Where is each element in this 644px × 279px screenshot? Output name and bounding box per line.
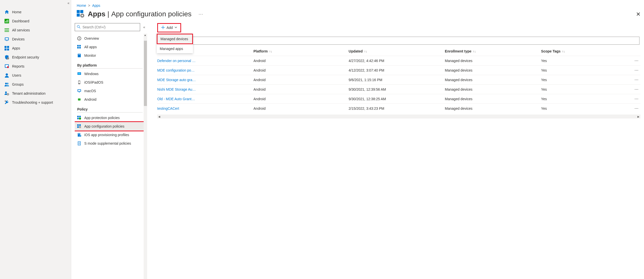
table-row: MDE Storage auto gra…Android9/6/2021, 1:… <box>157 75 640 85</box>
title-secondary: App configuration policies <box>111 10 191 18</box>
resmenu-label: iOS app provisioning profiles <box>84 133 129 137</box>
updated-cell: 4/27/2022, 4:42:46 PM <box>349 56 445 66</box>
platform-cell: Android <box>254 94 349 104</box>
resmenu-all-apps[interactable]: All apps <box>75 43 145 51</box>
policy-search-box[interactable] <box>157 37 639 45</box>
nav-label: Endpoint security <box>12 55 39 59</box>
row-more-button[interactable]: ⋯ <box>626 56 640 66</box>
tenant-icon <box>5 91 9 96</box>
resource-menu-scrollbar[interactable]: ▲ <box>144 34 147 279</box>
svg-rect-55 <box>77 126 79 128</box>
svg-point-57 <box>80 127 80 128</box>
policy-name-cell[interactable]: MDE Storage auto gra… <box>157 75 254 85</box>
dropdown-managed-apps[interactable]: Managed apps <box>157 44 193 53</box>
policy-name-cell[interactable]: Old - MDE Auto Grant… <box>157 94 254 104</box>
policy-name-cell[interactable]: Nishi MDE Storage Au… <box>157 85 254 94</box>
monitor-icon <box>77 89 81 93</box>
platform-cell: Android <box>254 75 349 85</box>
enroll-cell: Managed devices <box>445 56 541 66</box>
nav-item-reports[interactable]: Reports <box>0 62 71 71</box>
resource-search-input[interactable] <box>83 25 138 29</box>
add-dropdown: Managed devices Managed apps <box>157 34 193 53</box>
nav-item-groups[interactable]: Groups <box>0 80 71 89</box>
add-button[interactable]: Add <box>158 24 180 31</box>
updated-cell: 9/6/2021, 1:15:16 PM <box>349 75 445 85</box>
policy-name-cell[interactable]: MDE configuration po… <box>157 66 254 75</box>
nav-item-apps[interactable]: Apps <box>0 44 71 53</box>
nav-item-tenant-admin[interactable]: Tenant administration <box>0 89 71 98</box>
resmenu-ios-provisioning[interactable]: iOS app provisioning profiles <box>75 131 145 139</box>
title-more-button[interactable]: ··· <box>198 12 203 17</box>
svg-point-17 <box>7 66 9 68</box>
svg-rect-37 <box>79 47 81 48</box>
nav-label: Users <box>12 73 21 77</box>
svg-point-21 <box>5 91 7 93</box>
svg-rect-11 <box>7 46 9 48</box>
row-more-button[interactable]: ⋯ <box>626 94 640 104</box>
nav-item-endpoint-security[interactable]: Endpoint security <box>0 53 71 62</box>
resmenu-app-configuration[interactable]: App configuration policies <box>75 122 145 131</box>
row-more-button[interactable]: ⋯ <box>626 66 640 75</box>
horizontal-scrollbar[interactable]: ◀ ▶ <box>157 115 640 119</box>
apps-icon <box>5 46 9 50</box>
page-title: Apps | App configuration policies <box>88 10 191 18</box>
resmenu-label: Monitor <box>84 53 96 58</box>
resource-menu-collapse[interactable]: « <box>143 25 145 29</box>
breadcrumb-home[interactable]: Home <box>77 4 86 8</box>
breadcrumb-separator: > <box>88 4 90 8</box>
nav-item-home[interactable]: Home <box>0 8 71 17</box>
info-icon <box>77 36 81 40</box>
svg-point-19 <box>5 83 7 84</box>
breadcrumb: Home > Apps <box>75 1 640 9</box>
svg-rect-50 <box>77 116 79 117</box>
nav-label: Home <box>12 10 21 14</box>
nav-collapse-toggle[interactable]: « <box>67 1 69 5</box>
svg-rect-2 <box>7 20 7 23</box>
nav-item-dashboard[interactable]: Dashboard <box>0 17 71 26</box>
resmenu-windows[interactable]: Windows <box>75 70 145 78</box>
policy-name-cell[interactable]: Defender on personal … <box>157 56 254 66</box>
resmenu-ios[interactable]: iOS/iPadOS <box>75 78 145 87</box>
scroll-track[interactable] <box>161 115 636 119</box>
scroll-left-arrow[interactable]: ◀ <box>157 115 161 118</box>
content-pane: Add Managed devices Managed apps <box>148 23 640 279</box>
chevron-down-icon <box>174 26 177 30</box>
svg-rect-46 <box>79 92 80 92</box>
col-header-updated[interactable]: Updated ↑↓ <box>349 47 445 56</box>
svg-point-49 <box>79 99 80 99</box>
row-more-button[interactable]: ⋯ <box>626 104 640 113</box>
plus-icon <box>161 25 165 30</box>
resmenu-monitor[interactable]: Monitor <box>75 51 145 60</box>
close-blade-button[interactable]: ✕ <box>636 11 640 18</box>
row-more-button[interactable]: ⋯ <box>626 75 640 85</box>
resource-search-box[interactable] <box>75 23 140 31</box>
resmenu-macos[interactable]: macOS <box>75 87 145 95</box>
dropdown-managed-devices[interactable]: Managed devices <box>157 34 192 43</box>
svg-rect-35 <box>79 45 81 46</box>
resmenu-overview[interactable]: Overview <box>75 34 145 43</box>
svg-rect-24 <box>77 10 80 13</box>
svg-rect-54 <box>79 124 81 126</box>
nav-item-users[interactable]: Users <box>0 71 71 80</box>
enroll-cell: Managed devices <box>445 85 541 94</box>
breadcrumb-apps[interactable]: Apps <box>92 4 100 8</box>
col-header-enroll[interactable]: Enrollment type ↑↓ <box>445 47 541 56</box>
platform-cell: Android <box>254 85 349 94</box>
col-header-platform[interactable]: Platform ↑↓ <box>254 47 349 56</box>
nav-item-all-services[interactable]: All services <box>0 26 71 35</box>
scroll-thumb[interactable] <box>144 41 147 106</box>
devices-icon <box>5 37 9 41</box>
nav-item-devices[interactable]: Devices <box>0 35 71 44</box>
resmenu-s-mode[interactable]: S mode supplemental policies <box>75 139 145 148</box>
apps-config-icon <box>77 10 85 18</box>
svg-rect-39 <box>78 54 80 55</box>
resmenu-app-protection[interactable]: App protection policies <box>75 114 145 122</box>
scroll-right-arrow[interactable]: ▶ <box>636 115 640 118</box>
updated-cell: 9/30/2021, 12:38:25 AM <box>349 94 445 104</box>
row-more-button[interactable]: ⋯ <box>626 85 640 94</box>
resmenu-android[interactable]: Android <box>75 95 145 104</box>
nav-item-troubleshooting[interactable]: Troubleshooting + support <box>0 98 71 107</box>
scroll-up-arrow[interactable]: ▲ <box>144 34 147 37</box>
col-header-scope[interactable]: Scope Tags ↑↓ <box>541 47 626 56</box>
policy-name-cell[interactable]: testingCACert <box>157 104 254 113</box>
